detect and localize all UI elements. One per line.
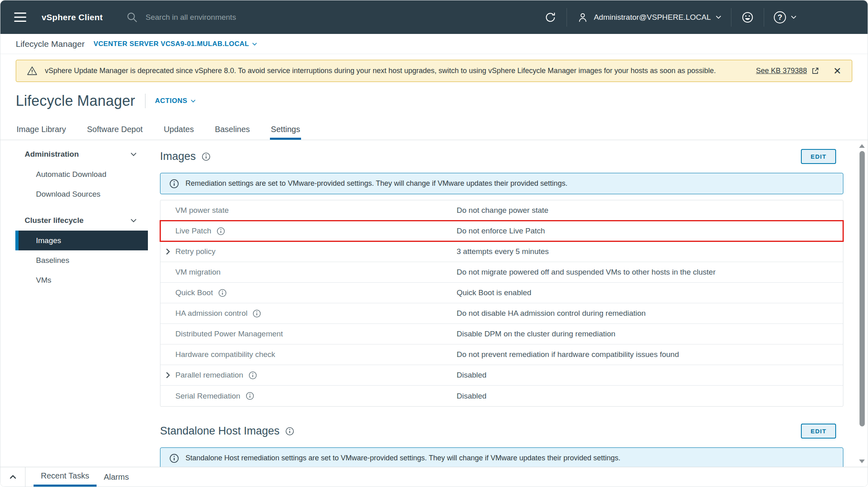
images-section-title: Images: [160, 150, 196, 163]
scrollbar-thumb[interactable]: [860, 151, 865, 426]
vcenter-server-link: VCENTER SERVER VCSA9-01.MULAB.LOCAL: [93, 40, 249, 48]
info-icon[interactable]: [249, 371, 257, 380]
images-info-alert: Remediation settings are set to VMware-p…: [160, 173, 843, 194]
external-link-icon[interactable]: [811, 67, 820, 75]
refresh-icon[interactable]: [544, 11, 557, 24]
table-row-live-patch-highlighted: Live Patch Do not enforce Live Patch: [160, 221, 843, 241]
setting-label: Hardware compatibility check: [175, 350, 275, 359]
tab-image-library[interactable]: Image Library: [16, 121, 67, 140]
help-icon: ?: [774, 11, 786, 23]
chevron-right-icon[interactable]: [160, 372, 175, 378]
setting-label: Parallel remediation: [175, 371, 243, 380]
actions-label: ACTIONS: [155, 97, 188, 105]
setting-label: Serial Remediation: [175, 392, 240, 401]
sidebar-item-vms[interactable]: VMs: [15, 270, 148, 290]
sidebar-item-baselines[interactable]: Baselines: [15, 250, 148, 270]
setting-value: Do not enforce Live Patch: [457, 227, 545, 235]
footer-tab-alarms[interactable]: Alarms: [97, 467, 136, 487]
vcenter-server-selector[interactable]: VCENTER SERVER VCSA9-01.MULAB.LOCAL: [93, 40, 257, 48]
setting-label: VM migration: [175, 268, 221, 277]
chevron-down-icon: [252, 42, 257, 46]
tasks-footer: Recent Tasks Alarms: [0, 467, 868, 487]
info-icon[interactable]: [218, 289, 227, 297]
info-icon[interactable]: [285, 427, 294, 436]
info-alert-text: Standalone Host remediation settings are…: [185, 454, 620, 462]
sidebar-item-images[interactable]: Images: [15, 231, 148, 250]
setting-label: Distributed Power Management: [175, 330, 283, 338]
standalone-section-title: Standalone Host Images: [160, 425, 280, 437]
header-actions: Administrator@VSPHERE.LOCAL ?: [544, 8, 796, 27]
chevron-right-icon[interactable]: [160, 248, 175, 255]
page-title: Lifecycle Manager: [16, 92, 135, 109]
collapse-panel-button[interactable]: [0, 467, 25, 487]
chevron-up-icon: [9, 475, 17, 479]
breadcrumb: Lifecycle Manager VCENTER SERVER VCSA9-0…: [0, 34, 868, 54]
settings-sidebar: Administration Automatic Download Downlo…: [0, 140, 148, 487]
kb-link[interactable]: See KB 379388: [756, 67, 807, 75]
setting-value: 3 attempts every 5 minutes: [457, 247, 549, 256]
setting-value: Disabled: [457, 392, 487, 401]
actions-menu-button[interactable]: ACTIONS: [155, 97, 196, 105]
chevron-down-icon: [131, 152, 137, 156]
search-input[interactable]: [145, 13, 314, 22]
tab-bar: Image Library Software Depot Updates Bas…: [0, 121, 868, 140]
table-row-vm-migration: VM migration Do not migrate powered off …: [160, 262, 843, 283]
table-row-serial-remediation: Serial Remediation Disabled: [160, 386, 843, 406]
standalone-info-alert: Standalone Host remediation settings are…: [160, 447, 843, 469]
info-icon[interactable]: [202, 152, 211, 161]
setting-value: Disable DPM on the cluster during remedi…: [457, 330, 615, 338]
close-icon[interactable]: ✕: [833, 66, 841, 76]
info-icon: [169, 453, 179, 463]
sidebar-item-automatic-download[interactable]: Automatic Download: [15, 164, 148, 184]
chevron-down-icon: [791, 15, 796, 19]
chevron-down-icon: [131, 218, 137, 223]
tab-updates[interactable]: Updates: [163, 121, 195, 140]
sidebar-item-download-sources[interactable]: Download Sources: [15, 184, 148, 204]
setting-value: Disabled: [457, 371, 487, 380]
table-row-ha-admission-control: HA admission control Do not disable HA a…: [160, 303, 843, 324]
info-icon[interactable]: [253, 309, 261, 318]
tab-baselines[interactable]: Baselines: [214, 121, 251, 140]
user-icon: [577, 11, 589, 23]
tab-settings[interactable]: Settings: [270, 121, 301, 140]
app-brand: vSphere Client: [42, 13, 103, 22]
setting-value: Do not change power state: [457, 206, 548, 215]
hamburger-menu-icon[interactable]: [13, 10, 28, 24]
sidebar-group-administration[interactable]: Administration: [15, 144, 148, 164]
table-row-distributed-power-management: Distributed Power Management Disable DPM…: [160, 324, 843, 344]
user-name: Administrator@VSPHERE.LOCAL: [594, 13, 711, 22]
vertical-scrollbar[interactable]: [859, 144, 865, 463]
table-row-hardware-compatibility-check: Hardware compatibility check Do not prev…: [160, 344, 843, 365]
group-label: Cluster lifecycle: [25, 216, 84, 225]
setting-label: HA admission control: [175, 309, 247, 318]
user-menu[interactable]: Administrator@VSPHERE.LOCAL: [577, 11, 721, 23]
setting-value: Do not migrate powered off and suspended…: [457, 268, 716, 277]
info-icon: [169, 179, 179, 189]
sidebar-group-cluster-lifecycle[interactable]: Cluster lifecycle: [15, 210, 148, 231]
info-icon[interactable]: [217, 227, 225, 235]
feedback-smiley-icon[interactable]: [741, 11, 754, 24]
remediation-settings-table: VM power state Do not change power state…: [160, 200, 843, 407]
standalone-edit-button[interactable]: EDIT: [801, 424, 836, 439]
vsphere-client-window: vSphere Client Administrator@VSPHERE.LOC…: [0, 0, 868, 487]
chevron-down-icon: [716, 15, 721, 19]
info-icon[interactable]: [246, 392, 254, 400]
divider: [145, 94, 145, 108]
setting-value: Do not prevent remediation if hardware c…: [457, 350, 679, 359]
setting-label: Live Patch: [175, 227, 211, 235]
help-menu[interactable]: ?: [774, 11, 796, 23]
group-label: Administration: [25, 150, 79, 159]
warning-icon: [27, 65, 38, 76]
table-row-quick-boot: Quick Boot Quick Boot is enabled: [160, 283, 843, 303]
setting-value: Quick Boot is enabled: [457, 288, 531, 297]
images-edit-button[interactable]: EDIT: [801, 149, 836, 164]
scroll-down-arrow[interactable]: [859, 460, 865, 463]
info-alert-text: Remediation settings are set to VMware-p…: [185, 179, 567, 188]
app-header: vSphere Client Administrator@VSPHERE.LOC…: [0, 0, 868, 34]
setting-label: Retry policy: [175, 247, 215, 256]
scroll-up-arrow[interactable]: [859, 144, 865, 148]
setting-label: Quick Boot: [175, 288, 213, 297]
setting-value: Do not disable HA admission control duri…: [457, 309, 646, 318]
tab-software-depot[interactable]: Software Depot: [86, 121, 143, 140]
footer-tab-recent-tasks[interactable]: Recent Tasks: [34, 467, 97, 487]
